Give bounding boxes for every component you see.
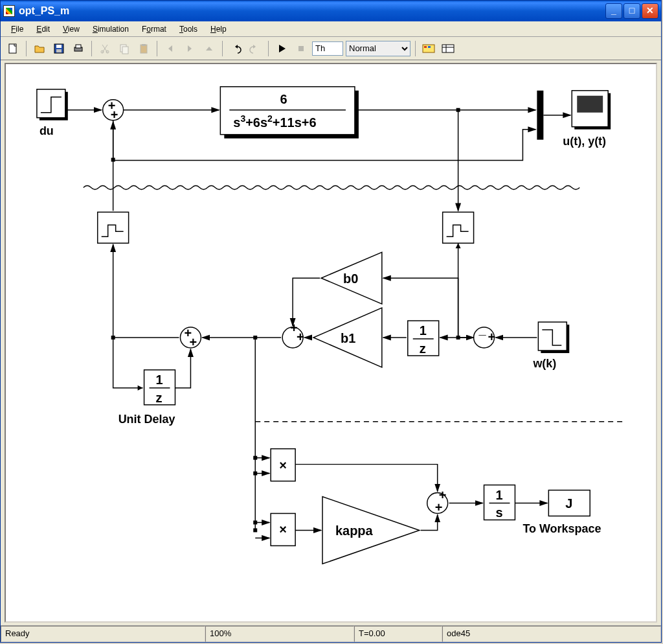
model-canvas[interactable]: .wire { stroke:#000; stroke-width:1.5; f… (5, 63, 657, 623)
block-transfer-fcn[interactable]: 6 s3+6s2+11s+6 (220, 87, 359, 139)
paste-icon[interactable] (135, 40, 152, 57)
menu-view[interactable]: View (56, 23, 86, 36)
menu-help[interactable]: Help (204, 23, 233, 36)
mode-select[interactable]: Normal (346, 41, 410, 56)
redo-icon[interactable] (247, 40, 264, 57)
svg-text:1: 1 (420, 323, 427, 338)
svg-rect-81 (253, 520, 257, 524)
block-unit-delay[interactable]: 1 z (144, 370, 175, 405)
new-icon[interactable] (5, 40, 21, 57)
play-icon[interactable] (273, 40, 290, 57)
status-solver: ode45 (442, 626, 661, 642)
svg-rect-16 (442, 45, 454, 52)
back-icon[interactable] (162, 40, 179, 57)
block-step-wk[interactable] (538, 322, 569, 353)
svg-text:×: × (279, 522, 287, 536)
svg-text:z: z (156, 391, 163, 405)
block-zoh-left[interactable] (98, 212, 129, 243)
statusbar: Ready 100% T=0.00 ode45 (1, 625, 661, 642)
svg-rect-79 (253, 456, 257, 460)
svg-text:1: 1 (156, 373, 163, 387)
copy-icon[interactable] (116, 40, 133, 57)
block-sum-j[interactable]: + + (427, 488, 448, 515)
block-product-bottom[interactable]: × (271, 513, 295, 546)
svg-rect-32 (577, 96, 603, 113)
svg-text:b1: b1 (341, 331, 355, 345)
minimize-button[interactable]: _ (605, 3, 622, 19)
maximize-button[interactable]: □ (624, 3, 640, 19)
svg-text:1: 1 (495, 488, 502, 502)
svg-text:kappa: kappa (335, 523, 374, 538)
cut-icon[interactable] (96, 40, 113, 57)
menu-edit[interactable]: Edit (30, 23, 56, 36)
svg-rect-78 (253, 336, 257, 339)
svg-rect-62 (111, 336, 115, 339)
print-icon[interactable] (70, 40, 87, 57)
wire-sumstate-zoh (113, 244, 179, 338)
window-title: opt_PS_m (19, 5, 69, 17)
svg-rect-9 (122, 47, 128, 54)
block-sum-error[interactable]: _ + (474, 322, 496, 348)
status-zoom: 100% (205, 626, 354, 642)
svg-text:z: z (420, 341, 426, 356)
block-delay-right[interactable]: 1 z (408, 321, 439, 356)
stop-icon[interactable] (293, 40, 309, 57)
menu-format[interactable]: Format (135, 23, 173, 36)
undo-icon[interactable] (227, 40, 244, 57)
library-icon[interactable] (420, 40, 437, 57)
svg-rect-36 (111, 158, 115, 162)
menubar: File Edit View Simulation Format Tools H… (1, 21, 661, 37)
svg-rect-15 (428, 46, 431, 48)
stoptime-input[interactable] (312, 41, 343, 56)
block-product-top[interactable]: × (271, 449, 295, 481)
svg-rect-11 (142, 44, 146, 46)
block-gain-kappa[interactable]: kappa (322, 497, 420, 564)
toolbar: Normal (1, 37, 661, 60)
status-ready: Ready (1, 626, 205, 642)
menu-tools[interactable]: Tools (173, 23, 204, 36)
menu-file[interactable]: File (5, 23, 30, 36)
open-icon[interactable] (31, 40, 48, 57)
block-sum-b[interactable]: + + (282, 321, 304, 348)
up-icon[interactable] (201, 40, 218, 57)
block-step-du[interactable] (37, 89, 68, 121)
du-label: du (39, 124, 54, 137)
model-explorer-icon[interactable] (440, 40, 456, 57)
status-time: T=0.00 (354, 626, 442, 642)
wire-unitdelay-sumstate (175, 349, 190, 388)
diagram-svg: .wire { stroke:#000; stroke-width:1.5; f… (6, 64, 656, 621)
svg-text:_: _ (478, 322, 487, 336)
wire-b0-sumb (293, 278, 320, 326)
window-controls: _ □ ✕ (605, 3, 658, 19)
block-zoh-right[interactable] (443, 212, 474, 243)
save-icon[interactable] (51, 40, 67, 57)
svg-text:s: s (495, 505, 502, 520)
block-gain-b1[interactable]: b1 (313, 308, 382, 367)
svg-text:b0: b0 (343, 271, 358, 286)
unit-delay-label: Unit Delay (118, 413, 175, 426)
block-integrator[interactable]: 1 s (484, 485, 515, 520)
wire-sq-sumj (295, 465, 438, 492)
svg-rect-82 (253, 528, 257, 532)
svg-rect-14 (424, 46, 427, 48)
block-to-workspace[interactable]: J (548, 490, 590, 516)
svg-rect-12 (298, 46, 304, 51)
block-mux[interactable] (537, 91, 543, 140)
block-sum1[interactable]: + + (103, 98, 124, 122)
svg-text:×: × (279, 458, 287, 472)
wk-label: w(k) (532, 357, 556, 370)
svg-text:+: + (435, 500, 443, 514)
svg-rect-29 (537, 91, 543, 140)
close-button[interactable]: ✕ (642, 3, 658, 19)
app-icon (3, 5, 15, 17)
menu-simulation[interactable]: Simulation (86, 23, 135, 36)
svg-rect-5 (76, 45, 81, 48)
svg-text:+: + (189, 335, 197, 349)
forward-icon[interactable] (181, 40, 198, 57)
svg-rect-13 (423, 45, 434, 52)
block-scope[interactable] (572, 91, 611, 130)
block-sum-state[interactable]: + + (180, 326, 201, 349)
svg-text:s3+6s2+11s+6: s3+6s2+11s+6 (233, 113, 316, 130)
titlebar: opt_PS_m _ □ ✕ (1, 1, 661, 21)
block-gain-b0[interactable]: b0 (321, 252, 382, 304)
